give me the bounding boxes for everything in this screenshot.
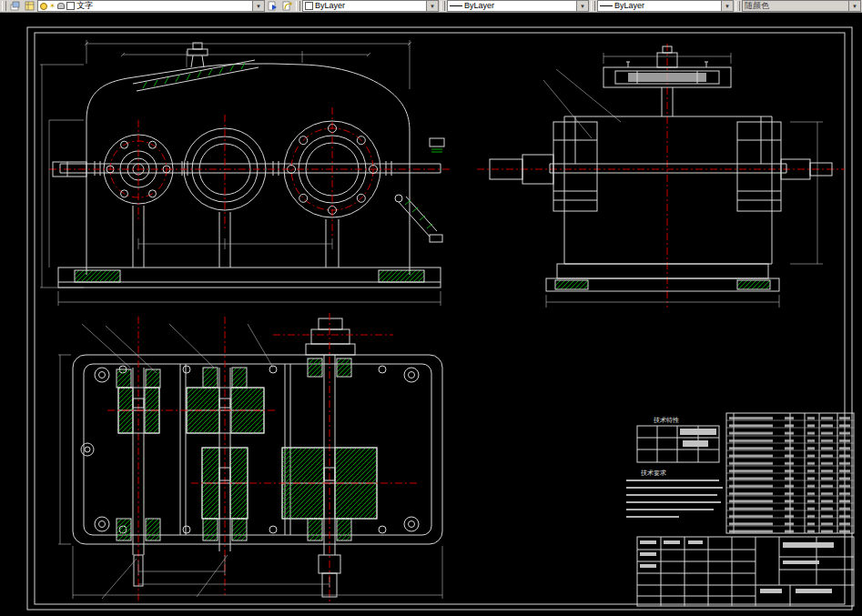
- layer-combo[interactable]: ☀ 文字 ▼: [37, 0, 265, 12]
- layers-icon: [10, 1, 20, 11]
- layer-color-chip: [66, 2, 75, 10]
- toolbar-grip[interactable]: [296, 1, 300, 11]
- chevron-down-icon[interactable]: ▼: [576, 1, 588, 11]
- toolbar-grip[interactable]: [2, 1, 6, 11]
- undo-arc-icon: [282, 1, 292, 11]
- layer-thaw-sun-icon[interactable]: ☀: [49, 3, 56, 10]
- tech-spec-title: 技术特性: [653, 417, 679, 424]
- layer-properties-button[interactable]: [8, 0, 22, 12]
- color-combo[interactable]: ByLayer ▼: [302, 0, 439, 12]
- toolbar-grip[interactable]: [441, 1, 445, 11]
- layer-manager-button[interactable]: [23, 0, 36, 12]
- cad-drawing[interactable]: 技术特性 技术要求: [0, 13, 862, 616]
- object-properties-toolbar: ☀ 文字 ▼ ByLayer ▼ ByLayer ▼ ByLayer ▼: [0, 0, 862, 13]
- chevron-down-icon[interactable]: ▼: [721, 1, 733, 11]
- tech-req-title: 技术要求: [640, 470, 666, 477]
- front-view: [40, 40, 451, 306]
- plotstyle-value: 随颜色: [745, 1, 769, 11]
- lineweight-value: ByLayer: [614, 1, 644, 11]
- current-layer-name: 文字: [76, 1, 93, 11]
- color-value: ByLayer: [315, 1, 345, 11]
- linetype-combo[interactable]: ByLayer ▼: [447, 0, 589, 12]
- lineweight-combo[interactable]: ByLayer ▼: [597, 0, 734, 12]
- layer-on-bulb-icon[interactable]: [40, 3, 47, 10]
- model-space-canvas[interactable]: 技术特性 技术要求: [0, 13, 862, 616]
- linetype-value: ByLayer: [464, 1, 494, 11]
- chevron-down-icon: ▼: [848, 1, 860, 11]
- layer-previous-button[interactable]: [280, 0, 294, 12]
- toolbar-grip[interactable]: [591, 1, 595, 11]
- chevron-down-icon[interactable]: ▼: [426, 1, 438, 11]
- linetype-sample-icon: [450, 5, 462, 6]
- side-view: [477, 44, 845, 308]
- layer-grid-icon: [25, 1, 35, 11]
- toolbar-grip[interactable]: [735, 1, 740, 11]
- lineweight-sample-icon: [600, 5, 613, 6]
- layer-lock-icon[interactable]: [57, 3, 65, 9]
- chevron-down-icon[interactable]: ▼: [252, 1, 264, 11]
- page-arrow-icon: [268, 1, 278, 11]
- color-swatch: [305, 2, 313, 10]
- title-area: 技术特性 技术要求: [626, 413, 854, 606]
- make-object-layer-current-button[interactable]: [266, 0, 279, 12]
- section-view: [58, 313, 442, 604]
- plotstyle-combo: 随颜色 ▼: [742, 0, 861, 12]
- tech-req-text-lines: [626, 480, 723, 517]
